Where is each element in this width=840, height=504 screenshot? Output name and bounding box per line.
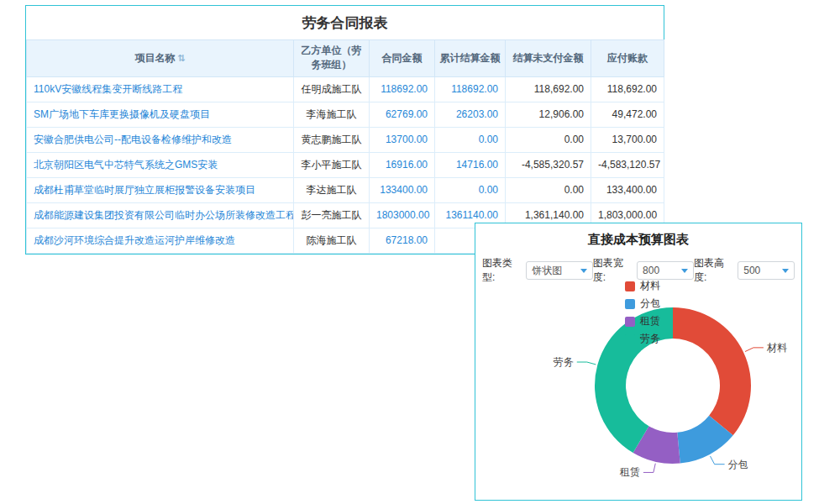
project-link[interactable]: 北京朝阳区电气中芯特气系统之GMS安装 (34, 159, 218, 171)
unit-cell[interactable]: 彭一亮施工队 (294, 202, 370, 228)
payable-amount-cell: 133,400.00 (591, 177, 664, 202)
legend-swatch (625, 281, 635, 291)
report-table: 项目名称⇅ 乙方单位（劳务班组） 合同金额 累计结算金额 结算未支付金额 应付账… (26, 39, 664, 254)
legend-item[interactable]: 租赁 (625, 314, 660, 328)
unit-cell[interactable]: 陈海施工队 (294, 228, 370, 253)
project-link[interactable]: 110kV安徽线程集变开断线路工程 (34, 83, 182, 95)
project-link[interactable]: 安徽合肥供电公司--配电设备检修维护和改造 (34, 134, 232, 145)
table-row: SM广场地下车库更换摄像机及硬盘项目 李海施工队 62769.00 26203.… (27, 102, 664, 127)
project-cell: 北京朝阳区电气中芯特气系统之GMS安装 (27, 152, 294, 177)
chart-height-label: 图表高度: (694, 256, 735, 285)
project-cell: 成都沙河环境综合提升改造运河护岸维修改造 (27, 228, 294, 253)
chart-height-value: 500 (743, 265, 760, 276)
legend-label: 材料 (640, 279, 660, 293)
chart-height-select[interactable]: 500 (738, 261, 795, 280)
table-header-row: 项目名称⇅ 乙方单位（劳务班组） 合同金额 累计结算金额 结算未支付金额 应付账… (27, 40, 664, 77)
col-header-settled: 累计结算金额 (435, 40, 506, 77)
pie-slice-材料 (673, 307, 751, 435)
col-header-project[interactable]: 项目名称⇅ (27, 40, 294, 77)
legend-item[interactable]: 分包 (625, 297, 660, 311)
contract-amount-cell: 62769.00 (370, 102, 435, 127)
chart-height-control: 图表高度: 500 (694, 256, 795, 285)
chart-type-value: 饼状图 (532, 264, 562, 278)
payable-amount-cell: 118,692.00 (591, 76, 664, 102)
pie-slice-label: 劳务 (554, 356, 574, 368)
contract-amount-cell: 13700.00 (370, 127, 435, 152)
unpaid-amount-cell: 118,692.00 (506, 76, 591, 102)
chart-type-control: 图表类型: 饼状图 (482, 256, 593, 285)
project-link[interactable]: SM广场地下车库更换摄像机及硬盘项目 (34, 108, 210, 120)
settled-amount-cell: 26203.00 (435, 102, 506, 127)
chart-title: 直接成本预算图表 (475, 223, 801, 255)
pie-leader-line (745, 348, 764, 352)
legend-label: 劳务 (640, 332, 660, 346)
unpaid-amount-cell: 0.00 (506, 177, 591, 202)
project-cell: SM广场地下车库更换摄像机及硬盘项目 (27, 102, 294, 127)
unit-cell[interactable]: 黄志鹏施工队 (294, 127, 370, 152)
unit-cell[interactable]: 李达施工队 (294, 177, 370, 202)
payable-amount-cell: 13,700.00 (591, 127, 664, 152)
project-link[interactable]: 成都能源建设集团投资有限公司临时办公场所装修改造工程EPC (34, 209, 294, 221)
chevron-down-icon (681, 269, 688, 273)
donut-chart-area: 材料分包租赁劳务 (543, 284, 803, 496)
legend-swatch (625, 299, 635, 309)
pie-leader-line (643, 464, 655, 473)
unit-cell[interactable]: 任明成施工队 (294, 76, 370, 102)
contract-amount-cell: 118692.00 (370, 76, 435, 102)
col-header-payable: 应付账款 (591, 40, 664, 77)
pie-leader-line (710, 456, 724, 465)
legend-item[interactable]: 材料 (625, 279, 660, 293)
unit-cell[interactable]: 李小平施工队 (294, 152, 370, 177)
sort-icon[interactable]: ⇅ (177, 53, 185, 63)
contract-amount-cell: 133400.00 (370, 177, 435, 202)
project-cell: 成都能源建设集团投资有限公司临时办公场所装修改造工程EPC (27, 202, 294, 228)
chart-type-select[interactable]: 饼状图 (526, 261, 592, 280)
contract-amount-cell: 1803000.00 (370, 202, 435, 228)
chart-type-label: 图表类型: (482, 256, 523, 285)
chevron-down-icon (782, 269, 789, 273)
col-header-unpaid: 结算未支付金额 (506, 40, 591, 77)
pie-slice-label: 租赁 (619, 466, 640, 478)
legend-label: 租赁 (640, 314, 660, 328)
legend-swatch (625, 317, 635, 327)
project-cell: 110kV安徽线程集变开断线路工程 (27, 76, 294, 102)
chart-legend: 材料 分包 租赁 劳务 (625, 279, 660, 346)
payable-amount-cell: -4,583,120.57 (591, 152, 664, 177)
contract-amount-cell: 67218.00 (370, 228, 435, 253)
direct-cost-chart-panel: 直接成本预算图表 图表类型: 饼状图 图表宽度: 800 图表高度: 500 (475, 223, 802, 501)
table-row: 北京朝阳区电气中芯特气系统之GMS安装 李小平施工队 16916.00 1471… (27, 152, 664, 177)
col-header-project-label: 项目名称 (134, 52, 175, 64)
unpaid-amount-cell: -4,585,320.57 (506, 152, 591, 177)
unpaid-amount-cell: 0.00 (506, 127, 591, 152)
project-cell: 安徽合肥供电公司--配电设备检修维护和改造 (27, 127, 294, 152)
project-cell: 成都杜甫草堂临时展厅独立展柜报警设备安装项目 (27, 177, 294, 202)
col-header-unit: 乙方单位（劳务班组） (294, 40, 370, 77)
pie-leader-line (577, 362, 596, 365)
contract-amount-cell: 16916.00 (370, 152, 435, 177)
pie-slice-label: 材料 (766, 342, 787, 354)
payable-amount-cell: 49,472.00 (591, 102, 664, 127)
table-row: 安徽合肥供电公司--配电设备检修维护和改造 黄志鹏施工队 13700.00 0.… (27, 127, 664, 152)
settled-amount-cell: 118692.00 (435, 76, 506, 102)
legend-label: 分包 (640, 297, 660, 311)
unit-cell[interactable]: 李海施工队 (294, 102, 370, 127)
settled-amount-cell: 0.00 (435, 177, 506, 202)
chart-width-select[interactable]: 800 (637, 261, 694, 280)
settled-amount-cell: 0.00 (435, 127, 506, 152)
pie-slice-label: 分包 (728, 459, 748, 470)
table-row: 110kV安徽线程集变开断线路工程 任明成施工队 118692.00 11869… (27, 76, 664, 102)
report-title: 劳务合同报表 (26, 6, 664, 39)
labor-contract-report-panel: 劳务合同报表 项目名称⇅ 乙方单位（劳务班组） 合同金额 累计结算金额 结算未支… (25, 5, 664, 255)
donut-chart[interactable]: 材料分包租赁劳务 (543, 284, 803, 496)
table-row: 成都杜甫草堂临时展厅独立展柜报警设备安装项目 李达施工队 133400.00 0… (27, 177, 664, 202)
legend-swatch (625, 334, 635, 344)
unpaid-amount-cell: 12,906.00 (506, 102, 591, 127)
project-link[interactable]: 成都沙河环境综合提升改造运河护岸维修改造 (34, 234, 235, 246)
col-header-contract: 合同金额 (370, 40, 435, 77)
settled-amount-cell: 14716.00 (435, 152, 506, 177)
chevron-down-icon (580, 269, 587, 273)
project-link[interactable]: 成都杜甫草堂临时展厅独立展柜报警设备安装项目 (34, 184, 255, 196)
legend-item[interactable]: 劳务 (625, 332, 660, 346)
chart-width-value: 800 (643, 265, 659, 276)
